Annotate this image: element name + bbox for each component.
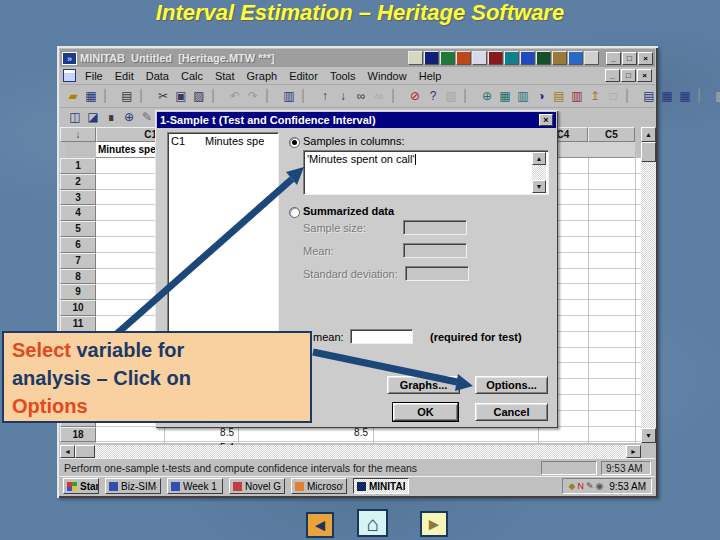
cancel-button[interactable]: Cancel [475, 403, 548, 421]
toolbar-icon[interactable]: ▤ [640, 87, 658, 106]
vertical-scrollbar[interactable] [641, 127, 656, 443]
office-app-icon[interactable] [408, 51, 423, 65]
toolbar-icon[interactable]: ∎ [102, 108, 120, 127]
tray-icon[interactable]: N [577, 479, 584, 493]
toolbar-icon[interactable]: ? [424, 87, 442, 106]
row-header[interactable]: 18 [60, 427, 96, 443]
vertical-scroll-thumb[interactable] [641, 142, 656, 162]
office-app-icon[interactable] [536, 51, 551, 65]
taskbar-button[interactable]: Novel Grou... [229, 478, 285, 494]
row-header[interactable]: 1 [60, 158, 96, 174]
radio-summarized-data[interactable] [289, 207, 300, 218]
office-app-icon[interactable] [472, 51, 487, 65]
menu-item[interactable]: Edit [109, 68, 140, 84]
scroll-up-icon[interactable]: ▲ [641, 127, 656, 142]
dialog-titlebar[interactable]: 1-Sample t (Test and Confidence Interval… [157, 112, 556, 128]
window-control-button[interactable]: _ [606, 52, 621, 65]
menu-item[interactable]: File [79, 68, 109, 84]
toolbar-icon[interactable]: ▏ [100, 87, 118, 106]
toolbar-icon[interactable]: ↑ [316, 87, 334, 106]
nav-forward-button[interactable]: ► [420, 511, 448, 537]
window-control-button[interactable]: × [638, 52, 653, 65]
scroll-down-icon[interactable]: ▼ [532, 180, 546, 193]
menu-item[interactable]: Graph [241, 68, 284, 84]
toolbar-icon[interactable]: ▏ [694, 87, 712, 106]
office-app-icon[interactable] [424, 51, 439, 65]
column-label-c1[interactable]: Minutes spent [96, 142, 164, 158]
scroll-up-icon[interactable]: ▲ [532, 152, 546, 165]
toolbar-icon[interactable]: ✎ [138, 108, 156, 127]
row-header[interactable]: 6 [60, 237, 96, 253]
toolbar-icon[interactable]: ▦ [658, 87, 676, 106]
row-header[interactable]: 8 [60, 269, 96, 285]
taskbar-button[interactable]: Biz-SIM- De... [105, 478, 161, 494]
office-app-icon[interactable] [488, 51, 503, 65]
nav-home-button[interactable]: ⌂ [357, 509, 388, 537]
row-header[interactable]: 9 [60, 284, 96, 300]
toolbar-icon[interactable]: ▏ [208, 87, 226, 106]
toolbar-icon[interactable]: ▥ [568, 87, 586, 106]
menu-item[interactable]: Editor [283, 68, 324, 84]
toolbar-icon[interactable]: ▏ [388, 87, 406, 106]
toolbar-icon[interactable]: ◪ [84, 108, 102, 127]
toolbar-icon[interactable]: ▏ [136, 87, 154, 106]
graphs-button[interactable]: Graphs... [387, 376, 460, 394]
menu-item[interactable]: Window [362, 68, 413, 84]
toolbar-icon[interactable]: ▰ [64, 87, 82, 106]
office-app-icon[interactable] [568, 51, 583, 65]
office-app-icon[interactable] [504, 51, 519, 65]
mdi-control-button[interactable]: × [637, 69, 652, 82]
toolbar-icon[interactable]: ▦ [676, 87, 694, 106]
tray-icon[interactable]: ◉ [595, 479, 603, 493]
row-header[interactable]: 4 [60, 205, 96, 221]
toolbar-icon[interactable]: □ [604, 87, 622, 106]
start-button[interactable]: Start [63, 478, 99, 494]
toolbar-icon[interactable]: ◫ [66, 108, 84, 127]
toolbar-icon[interactable]: ▤ [118, 87, 136, 106]
toolbar-icon[interactable]: ▦ [496, 87, 514, 106]
toolbar-icon[interactable]: ↶ [226, 87, 244, 106]
toolbar-icon[interactable]: ▤ [550, 87, 568, 106]
toolbar-icon[interactable]: ↷ [244, 87, 262, 106]
toolbar-icon[interactable]: ↓ [334, 87, 352, 106]
ok-button[interactable]: OK [393, 403, 458, 421]
toolbar-icon[interactable]: ▩ [712, 87, 720, 106]
scroll-down-icon[interactable]: ▼ [641, 428, 656, 443]
row-header[interactable]: 10 [60, 300, 96, 316]
mdi-control-button[interactable]: _ [605, 69, 620, 82]
textarea-scrollbar[interactable]: ▲ ▼ [532, 152, 547, 193]
horizontal-scrollbar[interactable] [60, 445, 641, 458]
toolbar-icon[interactable]: ↥ [586, 87, 604, 106]
taskbar-button[interactable]: Week 1 Det... [167, 478, 223, 494]
toolbar-icon[interactable]: ▦ [82, 87, 100, 106]
toolbar-icon[interactable]: ▥ [514, 87, 532, 106]
scroll-right-icon[interactable]: ► [626, 445, 641, 458]
office-app-icon[interactable] [440, 51, 455, 65]
menu-item[interactable]: Data [140, 68, 175, 84]
test-mean-input[interactable] [350, 329, 413, 344]
nav-back-button[interactable]: ◄ [306, 512, 334, 538]
menu-item[interactable]: Calc [175, 68, 209, 84]
window-titlebar[interactable]: » MINITAB Untitled [Heritage.MTW ***] _□… [60, 49, 655, 67]
office-app-icon[interactable] [520, 51, 535, 65]
toolbar-icon[interactable]: ∞ [352, 87, 370, 106]
office-app-icon[interactable] [584, 51, 599, 65]
toolbar-icon[interactable]: ⊘ [406, 87, 424, 106]
taskbar-button-minitab[interactable]: MINITAB ... [353, 478, 409, 494]
toolbar-icon[interactable]: ⊕ [478, 87, 496, 106]
row-header[interactable]: 7 [60, 253, 96, 269]
row-header[interactable]: 2 [60, 174, 96, 190]
menu-item[interactable]: Stat [209, 68, 241, 84]
cell-value[interactable]: 8.5 [166, 427, 234, 442]
row-header[interactable]: 11 [60, 316, 96, 332]
menu-item[interactable]: Help [413, 68, 448, 84]
row-header[interactable]: 5 [60, 221, 96, 237]
toolbar-icon[interactable]: ▏ [622, 87, 640, 106]
office-app-icon[interactable] [552, 51, 567, 65]
menu-item[interactable]: Tools [324, 68, 362, 84]
toolbar-icon[interactable]: ▏ [298, 87, 316, 106]
tray-icon[interactable]: ◆ [568, 479, 575, 493]
column-header-c1[interactable]: C1 [96, 127, 164, 142]
toolbar-icon[interactable]: ▏ [262, 87, 280, 106]
toolbar-icon[interactable]: ✂ [154, 87, 172, 106]
